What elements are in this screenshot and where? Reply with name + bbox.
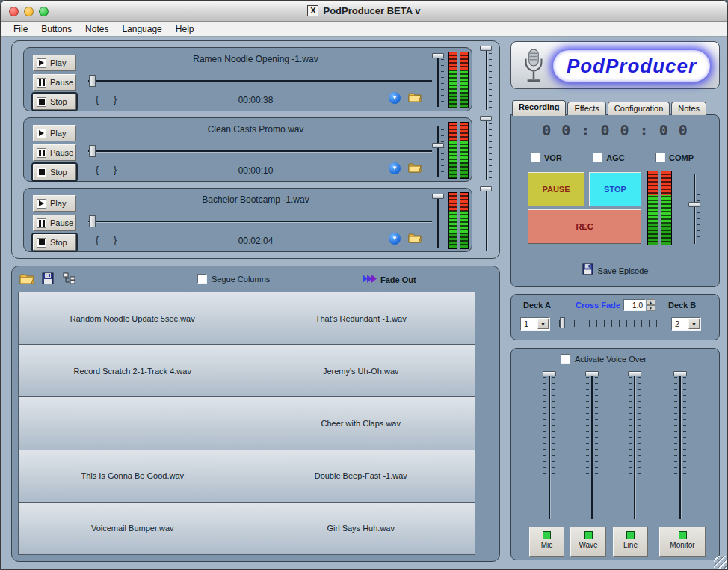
master-thumb[interactable] bbox=[480, 116, 492, 121]
mic-button[interactable]: Mic bbox=[529, 527, 564, 557]
progress-thumb[interactable] bbox=[89, 75, 96, 87]
playlist-cell[interactable]: Cheer with Claps.wav bbox=[247, 397, 475, 449]
master-thumb[interactable] bbox=[480, 186, 492, 191]
window-titlebar[interactable]: PodProducer BETA v bbox=[1, 1, 727, 22]
playlist-cell[interactable]: Double Beep-Fast -1.wav bbox=[247, 450, 475, 502]
voiceover-slider-3[interactable] bbox=[626, 370, 643, 521]
playlist-cell[interactable]: Jeremy's Uh-Oh.wav bbox=[247, 345, 475, 396]
voiceover-slider-2[interactable] bbox=[584, 370, 600, 521]
deck-volume-slider[interactable] bbox=[431, 122, 445, 179]
crossfade-value-input[interactable]: 1.0 bbox=[623, 299, 646, 311]
download-icon[interactable] bbox=[389, 92, 401, 104]
stop-button[interactable]: Stop bbox=[33, 164, 76, 180]
pause-button[interactable]: Pause bbox=[33, 215, 76, 231]
spinner-up-icon[interactable] bbox=[647, 299, 655, 305]
stop-button[interactable]: Stop bbox=[33, 234, 76, 251]
open-file-icon[interactable] bbox=[408, 232, 422, 246]
resize-grip[interactable] bbox=[714, 556, 727, 569]
tab-configuration[interactable]: Configuration bbox=[608, 102, 670, 115]
playlist-cell[interactable]: Record Scratch 2-1-Track 4.wav bbox=[19, 345, 247, 396]
crossfade-thumb[interactable] bbox=[560, 317, 565, 328]
slider-thumb[interactable] bbox=[543, 371, 556, 376]
deck-master-slider-2[interactable] bbox=[480, 116, 493, 180]
open-playlist-icon[interactable] bbox=[19, 272, 34, 287]
tab-effects[interactable]: Effects bbox=[567, 102, 605, 115]
playlist-tree-icon[interactable] bbox=[63, 272, 75, 287]
open-file-icon[interactable] bbox=[408, 91, 422, 105]
playlist-cell[interactable] bbox=[19, 397, 247, 449]
monitor-button[interactable]: Monitor bbox=[659, 527, 706, 557]
logo-badge: PodProducer bbox=[553, 50, 710, 82]
menu-item-buttons[interactable]: Buttons bbox=[34, 22, 78, 36]
comp-checkbox[interactable] bbox=[655, 153, 665, 162]
pause-button[interactable]: Pause bbox=[33, 74, 76, 91]
play-button[interactable]: Play bbox=[33, 195, 76, 212]
record-button[interactable]: REC bbox=[528, 209, 641, 244]
menu-item-help[interactable]: Help bbox=[169, 22, 201, 36]
dropdown-arrow-icon[interactable] bbox=[537, 319, 549, 329]
wave-button[interactable]: Wave bbox=[570, 527, 606, 557]
playlist-cell[interactable]: Random Noodle Update 5sec.wav bbox=[19, 292, 247, 344]
download-icon[interactable] bbox=[389, 233, 401, 245]
comp-label: COMP bbox=[669, 153, 694, 162]
playlist-cell[interactable]: Voicemail Bumper.wav bbox=[19, 503, 247, 554]
progress-slider[interactable] bbox=[88, 145, 432, 157]
vu-meter bbox=[448, 122, 469, 179]
open-file-icon[interactable] bbox=[408, 162, 422, 176]
record-level-slider[interactable] bbox=[686, 169, 703, 245]
pause-label: Pause bbox=[50, 148, 73, 157]
deck-a-select[interactable]: 1 bbox=[520, 317, 550, 331]
deck-master-slider-1[interactable] bbox=[480, 46, 493, 110]
playlist-cell[interactable]: This Is Gonna Be Good.wav bbox=[19, 450, 247, 502]
volume-thumb[interactable] bbox=[432, 194, 444, 199]
wave-label: Wave bbox=[571, 541, 605, 549]
slider-thumb[interactable] bbox=[585, 371, 599, 376]
slider-thumb[interactable] bbox=[628, 371, 641, 376]
pause-button[interactable]: Pause bbox=[33, 144, 76, 161]
spinner-down-icon[interactable] bbox=[647, 305, 655, 311]
playlist-cell[interactable]: Girl Says Huh.wav bbox=[247, 503, 475, 554]
agc-checkbox[interactable] bbox=[593, 153, 602, 162]
deck-volume-slider[interactable] bbox=[431, 52, 445, 108]
volume-thumb[interactable] bbox=[432, 53, 444, 58]
crossfade-slider[interactable] bbox=[559, 316, 665, 330]
progress-slider[interactable] bbox=[88, 215, 432, 227]
menu-item-notes[interactable]: Notes bbox=[78, 22, 115, 36]
download-icon[interactable] bbox=[389, 162, 401, 174]
master-thumb[interactable] bbox=[480, 46, 492, 51]
tab-notes[interactable]: Notes bbox=[671, 102, 706, 115]
voiceover-slider-4[interactable] bbox=[672, 370, 688, 521]
record-stop-button[interactable]: STOP bbox=[589, 172, 641, 206]
menu-item-language[interactable]: Language bbox=[115, 22, 168, 36]
play-button[interactable]: Play bbox=[33, 125, 76, 141]
vor-checkbox[interactable] bbox=[531, 153, 540, 162]
level-thumb[interactable] bbox=[688, 202, 700, 207]
activate-voiceover-checkbox[interactable] bbox=[561, 354, 570, 364]
save-episode-button[interactable]: Save Episode bbox=[511, 263, 719, 278]
record-pause-button[interactable]: PAUSE bbox=[528, 172, 584, 206]
play-icon bbox=[37, 58, 46, 68]
progress-slider[interactable] bbox=[88, 75, 432, 87]
crossfade-spinner[interactable] bbox=[647, 299, 655, 311]
playlist-table: Random Noodle Update 5sec.wav That's Red… bbox=[18, 292, 475, 555]
dropdown-arrow-icon[interactable] bbox=[688, 319, 700, 329]
fade-out-icon bbox=[362, 273, 377, 286]
segue-columns-checkbox[interactable] bbox=[197, 274, 207, 284]
deck-b-select[interactable]: 2 bbox=[671, 317, 701, 331]
stop-button[interactable]: Stop bbox=[33, 94, 76, 110]
deck-master-slider-3[interactable] bbox=[480, 186, 493, 251]
play-button[interactable]: Play bbox=[33, 55, 76, 71]
agc-label: AGC bbox=[606, 153, 624, 162]
slider-thumb[interactable] bbox=[673, 371, 687, 376]
save-playlist-icon[interactable] bbox=[42, 272, 54, 287]
voiceover-slider-1[interactable] bbox=[541, 370, 558, 521]
deck-volume-slider[interactable] bbox=[431, 192, 445, 249]
playlist-cell[interactable]: That's Redundant -1.wav bbox=[247, 292, 475, 344]
line-button[interactable]: Line bbox=[613, 527, 648, 557]
menu-item-file[interactable]: File bbox=[7, 22, 34, 36]
volume-thumb[interactable] bbox=[432, 143, 444, 148]
segue-columns-label: Segue Columns bbox=[212, 275, 270, 284]
tab-recording[interactable]: Recording bbox=[512, 100, 566, 116]
progress-thumb[interactable] bbox=[89, 145, 96, 157]
progress-thumb[interactable] bbox=[89, 215, 96, 227]
